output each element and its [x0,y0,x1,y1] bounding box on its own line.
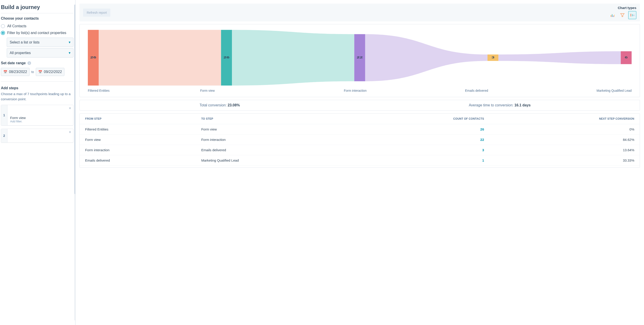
th-from: FROM STEP [80,114,196,124]
sankey-flow [99,30,221,86]
date-range-heading: Set date range [1,61,26,65]
sankey-node-value: 22 [357,56,363,59]
chart-type-sankey-button[interactable] [628,11,636,19]
step-handle[interactable]: 2 [1,129,8,142]
step-card-1[interactable]: 1 Form view Add filter. ✕ [1,105,74,126]
svg-marker-4 [620,14,624,17]
cell-to: Emails delivered [196,145,354,155]
chevron-down-icon: ▾ [69,40,70,44]
sankey-icon [630,13,634,17]
step-handle[interactable]: 1 [1,105,8,125]
cell-from: Filtered Entities [80,124,196,135]
close-icon[interactable]: ✕ [69,130,72,134]
close-icon[interactable]: ✕ [69,106,72,110]
main: Refresh report Chart types 26 [76,0,644,325]
cell-count: 22 [354,135,489,145]
cell-count: 3 [354,145,489,155]
count-link[interactable]: 3 [482,148,484,152]
cell-conv: 13.64% [490,145,640,155]
date-range-row: 📅 08/23/2022 to 📅 09/22/2022 [1,68,74,82]
date-to-label: to [31,70,34,74]
cell-from: Emails delivered [80,155,196,166]
cell-conv: 0% [490,124,640,135]
table-row: Emails deliveredMarketing Qualified Lead… [80,155,640,166]
step-sub: Add filter. [10,120,70,123]
stage-label: Form interaction [304,89,407,92]
sankey-node-value: 6 [625,56,628,59]
calendar-icon: 📅 [4,70,7,74]
sankey-node-value: 26 [90,56,96,59]
radio-filter-contacts[interactable]: Filter by list(s) and contact properties [1,30,74,36]
sidebar: Build a journey Choose your contacts All… [0,0,76,325]
stat-total-conversion: Total conversion: 23.08% [80,100,360,110]
count-link[interactable]: 26 [480,127,484,131]
date-from-input[interactable]: 📅 08/23/2022 [1,68,30,76]
funnel-icon [620,13,625,17]
date-to-value: 09/22/2022 [44,70,62,74]
scrollbar[interactable] [74,5,76,320]
contacts-radio-group: All Contacts Filter by list(s) and conta… [1,23,74,58]
list-select[interactable]: Select a list or lists ▾ [7,38,74,47]
cell-to: Form view [196,124,354,135]
chart-type-funnel-button[interactable] [618,11,626,19]
calendar-icon: 📅 [38,70,42,74]
th-count: COUNT OF CONTACTS [354,114,489,124]
conversion-table: FROM STEP TO STEP COUNT OF CONTACTS NEXT… [80,114,640,166]
stat-avg-time-value: 16.1 days [514,103,530,107]
svg-rect-5 [630,14,631,17]
contacts-heading: Choose your contacts [1,17,74,21]
properties-select[interactable]: All properties ▾ [7,48,74,58]
date-to-input[interactable]: 📅 09/22/2022 [36,68,64,76]
list-select-placeholder: Select a list or lists [10,40,40,44]
radio-all-contacts-label: All Contacts [7,24,26,28]
info-icon[interactable]: i [28,61,31,65]
sankey-node-value: 3 [491,56,494,59]
table-row: Filtered EntitiesForm view260% [80,124,640,135]
table-row: Form interactionEmails delivered313.64% [80,145,640,155]
cell-to: Form interaction [196,135,354,145]
add-steps-heading: Add steps [1,86,74,90]
step-card-2[interactable]: 2 ✕ [1,129,74,143]
count-link[interactable]: 22 [480,138,484,142]
stats-bar: Total conversion: 23.08% Average time to… [80,100,640,111]
sankey-flow [232,30,354,86]
svg-rect-6 [632,14,633,16]
radio-all-contacts[interactable]: All Contacts [1,23,74,30]
cell-count: 26 [354,124,489,135]
stat-total-conversion-label: Total conversion: [200,103,228,107]
svg-rect-2 [613,16,614,17]
th-conv: NEXT STEP CONVERSION [490,114,640,124]
radio-icon [1,24,5,28]
stage-label: Emails delivered [407,89,528,92]
stage-labels: Filtered EntitiesForm viewForm interacti… [88,89,632,92]
radio-filter-contacts-label: Filter by list(s) and contact properties [7,31,66,35]
sankey-flow [498,51,620,64]
stat-avg-time-label: Average time to conversion: [469,103,514,107]
chart-types-wrap: Chart types [608,6,636,19]
toolbar: Refresh report Chart types [80,4,640,22]
date-from-value: 08/23/2022 [9,70,27,74]
stage-label: Form view [191,89,304,92]
table-card: FROM STEP TO STEP COUNT OF CONTACTS NEXT… [80,113,640,168]
scrollbar-thumb[interactable] [74,5,76,194]
step-body [8,129,73,142]
stat-avg-time: Average time to conversion: 16.1 days [360,100,640,110]
chart-type-bar-button[interactable] [608,11,616,19]
stage-label: Filtered Entities [88,89,191,92]
stage-label: Marketing Qualified Lead [528,89,632,92]
svg-rect-3 [614,15,614,17]
sidebar-title: Build a journey [1,3,74,13]
count-link[interactable]: 1 [482,158,484,162]
refresh-report-button[interactable]: Refresh report [83,9,110,17]
table-row: Form viewForm interaction2284.62% [80,135,640,145]
stat-total-conversion-value: 23.08% [228,103,240,107]
cell-conv: 84.62% [490,135,640,145]
sankey-node-value: 26 [223,56,230,59]
chevron-down-icon: ▾ [69,51,70,55]
table-header-row: FROM STEP TO STEP COUNT OF CONTACTS NEXT… [80,114,640,124]
radio-icon-selected [1,31,5,35]
date-range-heading-row: Set date range i [1,61,74,65]
cell-to: Marketing Qualified Lead [196,155,354,166]
cell-from: Form interaction [80,145,196,155]
svg-rect-7 [634,15,634,16]
